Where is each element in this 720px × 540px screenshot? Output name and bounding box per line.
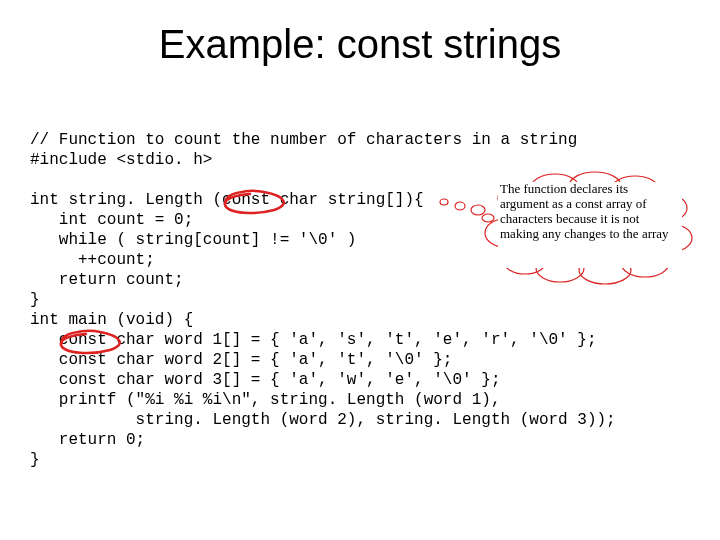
code-line: return 0; — [30, 431, 145, 449]
code-line: int string. Length (const char string[])… — [30, 191, 424, 209]
code-line: const char word 3[] = { 'a', 'w', 'e', '… — [30, 371, 500, 389]
code-line: // Function to count the number of chara… — [30, 131, 577, 149]
code-line: return count; — [30, 271, 184, 289]
code-line: int count = 0; — [30, 211, 193, 229]
code-line: ++count; — [30, 251, 155, 269]
slide: Example: const strings // Function to co… — [0, 0, 720, 540]
annotation-text: The function declares its argument as a … — [500, 182, 680, 242]
code-line: string. Length (word 2), string. Length … — [30, 411, 616, 429]
code-line: int main (void) { — [30, 311, 193, 329]
code-line: printf ("%i %i %i\n", string. Length (wo… — [30, 391, 500, 409]
svg-point-11 — [482, 214, 494, 222]
code-line: } — [30, 291, 40, 309]
code-line: const char word 1[] = { 'a', 's', 't', '… — [30, 331, 597, 349]
page-title: Example: const strings — [0, 22, 720, 67]
code-line: while ( string[count] != '\0' ) — [30, 231, 356, 249]
code-line: } — [30, 451, 40, 469]
code-line: #include <stdio. h> — [30, 151, 212, 169]
code-line: const char word 2[] = { 'a', 't', '\0' }… — [30, 351, 452, 369]
